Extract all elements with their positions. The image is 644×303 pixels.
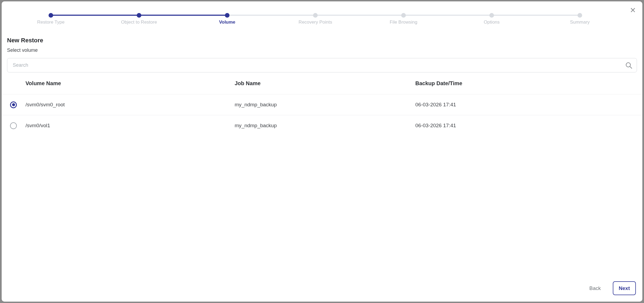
table-row[interactable]: /svm0/vol1 my_ndmp_backup 06-03-2026 17:… — [2, 115, 642, 136]
next-button[interactable]: Next — [613, 281, 636, 295]
wizard-stepper: Restore Type Object to Restore Volume Re… — [2, 1, 642, 31]
cell-job-name: my_ndmp_backup — [235, 102, 415, 108]
step-dot — [489, 13, 494, 18]
column-header-job-name: Job Name — [235, 80, 415, 87]
cell-volume-name: /svm0/vol1 — [25, 123, 235, 129]
step-label: Object to Restore — [95, 20, 183, 25]
column-header-volume-name: Volume Name — [25, 80, 235, 87]
step-dot — [225, 13, 229, 18]
page-title: New Restore — [7, 37, 43, 44]
cell-backup-datetime: 06-03-2026 17:41 — [415, 102, 642, 108]
back-button[interactable]: Back — [586, 283, 605, 294]
step-dot — [137, 13, 141, 18]
page-subtitle: Select volume — [7, 47, 38, 53]
step-options: Options — [448, 13, 536, 25]
radio-volume-vol1[interactable] — [10, 122, 17, 129]
column-header-backup-datetime: Backup Date/Time — [415, 80, 642, 87]
table-header-row: Volume Name Job Name Backup Date/Time — [2, 72, 642, 94]
step-object-to-restore[interactable]: Object to Restore — [95, 13, 183, 25]
step-dot — [313, 13, 318, 18]
search-input[interactable] — [7, 58, 637, 72]
wizard-footer: Back Next — [586, 281, 636, 295]
step-file-browsing: File Browsing — [359, 13, 448, 25]
search-icon[interactable] — [625, 62, 633, 69]
step-restore-type[interactable]: Restore Type — [7, 13, 95, 25]
step-summary: Summary — [536, 13, 624, 25]
step-label: Recovery Points — [271, 20, 359, 25]
step-dot — [401, 13, 406, 18]
step-dot — [578, 13, 582, 18]
cell-volume-name: /svm0/svm0_root — [25, 102, 235, 108]
search-bar — [7, 58, 637, 72]
cell-job-name: my_ndmp_backup — [235, 123, 415, 129]
table-row[interactable]: /svm0/svm0_root my_ndmp_backup 06-03-202… — [2, 94, 642, 115]
step-dot — [49, 13, 53, 18]
step-label: Restore Type — [7, 20, 95, 25]
step-label: Summary — [536, 20, 624, 25]
step-volume[interactable]: Volume — [183, 13, 271, 25]
new-restore-dialog: ✕ Restore Type Object to Restore Volume … — [2, 1, 642, 302]
step-recovery-points: Recovery Points — [271, 13, 359, 25]
volume-table: Volume Name Job Name Backup Date/Time /s… — [2, 72, 642, 136]
step-label: File Browsing — [359, 20, 448, 25]
radio-volume-svm0-root[interactable] — [10, 101, 17, 108]
step-label: Volume — [183, 20, 271, 25]
step-label: Options — [448, 20, 536, 25]
cell-backup-datetime: 06-03-2026 17:41 — [415, 123, 642, 129]
